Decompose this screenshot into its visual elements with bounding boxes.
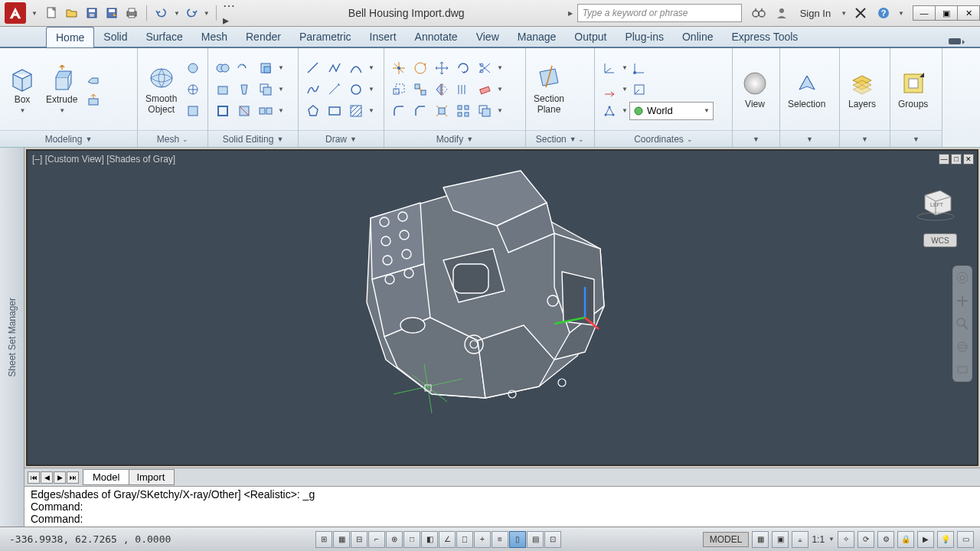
- viewcube[interactable]: LEFT: [914, 181, 957, 221]
- ray-button[interactable]: [325, 80, 345, 99]
- copy-button[interactable]: [475, 101, 495, 121]
- undo-icon[interactable]: [153, 5, 170, 21]
- tab-prev-button[interactable]: ◀: [41, 471, 53, 484]
- redo-drop-icon[interactable]: ▼: [204, 10, 210, 17]
- undo-drop-icon[interactable]: ▼: [174, 10, 180, 17]
- ucs-3point-button[interactable]: [599, 101, 619, 121]
- help-icon[interactable]: ?: [874, 4, 893, 22]
- layout-tab-model[interactable]: Model: [83, 469, 129, 485]
- tab-plugins[interactable]: Plug-ins: [616, 27, 673, 47]
- redo-icon[interactable]: [183, 5, 200, 21]
- ucs-view-button[interactable]: [629, 80, 649, 99]
- array-button[interactable]: [453, 101, 473, 121]
- isolate-button[interactable]: 💡: [937, 531, 954, 548]
- rotate3d-button[interactable]: [410, 58, 430, 78]
- hatch-button[interactable]: [346, 101, 366, 121]
- viewport-label[interactable]: [–] [Custom View] [Shades of Gray]: [32, 154, 175, 165]
- slice-button[interactable]: [234, 101, 254, 121]
- tab-solid[interactable]: Solid: [94, 27, 136, 47]
- union-button[interactable]: [213, 58, 233, 78]
- tab-first-button[interactable]: ⏮: [28, 471, 40, 484]
- clean-screen-button[interactable]: ▭: [957, 531, 974, 548]
- otrack-button[interactable]: ∠: [439, 531, 456, 548]
- tab-online[interactable]: Online: [673, 27, 722, 47]
- search-input[interactable]: Type a keyword or phrase: [577, 4, 742, 22]
- presspull-button[interactable]: [83, 90, 103, 110]
- tab-express[interactable]: Express Tools: [722, 27, 807, 47]
- annovisibility-button[interactable]: ✧: [838, 531, 854, 548]
- trim-button[interactable]: [475, 58, 495, 78]
- scale-button[interactable]: [389, 80, 409, 99]
- line-button[interactable]: [303, 58, 323, 78]
- tab-parametric[interactable]: Parametric: [290, 27, 361, 47]
- wcs-badge[interactable]: WCS: [923, 233, 957, 247]
- minimize-button[interactable]: —: [913, 5, 936, 21]
- view-panel-button[interactable]: View: [737, 67, 773, 111]
- separate-button[interactable]: [256, 101, 276, 121]
- zoom-icon[interactable]: [956, 317, 969, 331]
- search-left-icon[interactable]: ▶: [568, 10, 573, 17]
- showmotion-icon[interactable]: [956, 363, 969, 377]
- intersect-button[interactable]: [256, 58, 276, 78]
- toolbar-lock-button[interactable]: 🔒: [897, 531, 914, 548]
- move3d-button[interactable]: [389, 58, 409, 78]
- annoupdate-button[interactable]: ⟳: [858, 531, 874, 548]
- tab-output[interactable]: Output: [565, 27, 616, 47]
- exchange-icon[interactable]: [851, 4, 870, 22]
- close-button[interactable]: ✕: [957, 5, 980, 21]
- offset-button[interactable]: [453, 80, 473, 99]
- ortho-button[interactable]: ⌐: [368, 531, 385, 548]
- cmd-prompt-2[interactable]: Command:: [31, 513, 974, 525]
- quickview-drawings-button[interactable]: ▣: [772, 531, 789, 548]
- fillet-button[interactable]: [389, 101, 409, 121]
- open-icon[interactable]: [64, 5, 80, 21]
- grid-button[interactable]: ⊟: [351, 531, 368, 548]
- ucs-world-button[interactable]: [629, 58, 649, 78]
- offset-face-button[interactable]: [256, 80, 276, 99]
- viewport[interactable]: [–] [Custom View] [Shades of Gray] — □ ✕…: [26, 149, 978, 466]
- spline-button[interactable]: [303, 80, 323, 99]
- app-menu-drop-icon[interactable]: ▼: [31, 10, 38, 17]
- extrude-face-button[interactable]: [213, 80, 233, 99]
- annoscale-icon[interactable]: ⟁: [792, 531, 808, 548]
- section-plane-button[interactable]: Section Plane: [531, 62, 567, 116]
- polygon-button[interactable]: [303, 101, 323, 121]
- workspace-button[interactable]: ⚙: [877, 531, 894, 548]
- sheet-set-bar[interactable]: Sheet Set Manager: [0, 148, 24, 527]
- infer-constraints-button[interactable]: ⊞: [315, 531, 332, 548]
- annotation-scale[interactable]: 1:1: [812, 534, 825, 545]
- viewport-close-button[interactable]: ✕: [963, 154, 974, 165]
- mesh-more-2[interactable]: [183, 80, 203, 99]
- pan-icon[interactable]: [956, 294, 969, 308]
- saveas-icon[interactable]: [103, 5, 120, 21]
- snap-button[interactable]: ▦: [333, 531, 350, 548]
- save-icon[interactable]: [83, 5, 100, 21]
- polyline-button[interactable]: [325, 58, 345, 78]
- box-button[interactable]: Box ▼: [5, 63, 40, 115]
- coord-system-select[interactable]: World ▼: [629, 102, 714, 120]
- viewport-min-button[interactable]: —: [939, 154, 949, 165]
- erase-button[interactable]: [475, 80, 495, 99]
- polar-button[interactable]: ⊕: [386, 531, 403, 548]
- mirror-button[interactable]: [432, 80, 452, 99]
- sc-button[interactable]: ⊡: [544, 531, 561, 548]
- binoculars-icon[interactable]: [750, 4, 768, 22]
- tab-next-button[interactable]: ▶: [54, 471, 66, 484]
- move-button[interactable]: [432, 58, 452, 78]
- extrude-button[interactable]: Extrude ▼: [43, 63, 80, 115]
- explode-button[interactable]: [432, 101, 452, 121]
- mesh-more-1[interactable]: [183, 58, 203, 78]
- chamfer-button[interactable]: [410, 101, 430, 121]
- align-button[interactable]: [410, 80, 430, 99]
- navigation-bar[interactable]: [952, 266, 972, 382]
- qat-more-icon[interactable]: ⋯▸: [223, 5, 240, 21]
- layers-panel-button[interactable]: Layers: [844, 67, 880, 111]
- ducs-button[interactable]: ⎕: [456, 531, 473, 548]
- user-icon[interactable]: [773, 4, 791, 22]
- tpy-button[interactable]: ▯: [509, 531, 526, 548]
- help-drop-icon[interactable]: ▼: [898, 10, 904, 17]
- taper-face-button[interactable]: [234, 80, 254, 99]
- tab-render[interactable]: Render: [237, 27, 290, 47]
- signin-drop-icon[interactable]: ▼: [841, 10, 847, 17]
- viewport-max-button[interactable]: □: [951, 154, 962, 165]
